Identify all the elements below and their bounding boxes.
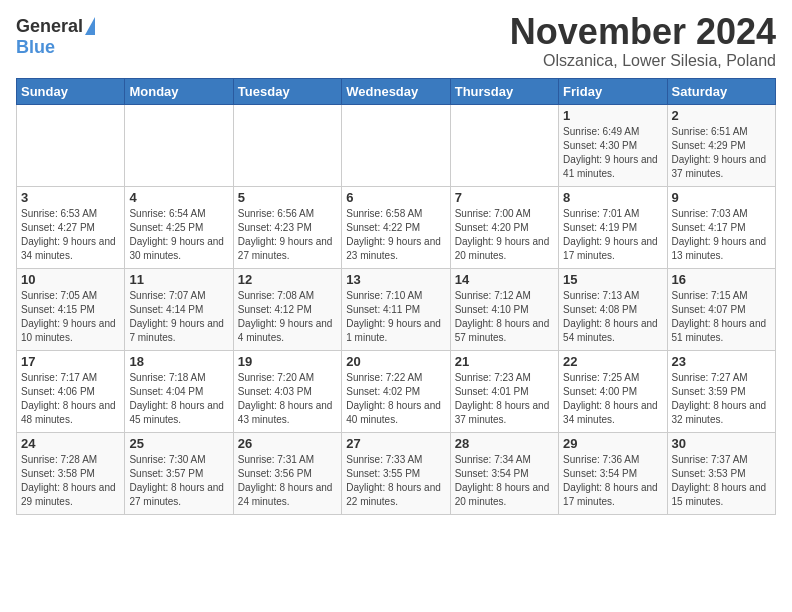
day-number: 28 <box>455 436 554 451</box>
day-info: Sunrise: 7:20 AM Sunset: 4:03 PM Dayligh… <box>238 371 337 427</box>
day-info: Sunrise: 7:34 AM Sunset: 3:54 PM Dayligh… <box>455 453 554 509</box>
day-number: 22 <box>563 354 662 369</box>
logo-triangle-icon <box>85 17 95 35</box>
day-info: Sunrise: 7:37 AM Sunset: 3:53 PM Dayligh… <box>672 453 771 509</box>
day-info: Sunrise: 6:49 AM Sunset: 4:30 PM Dayligh… <box>563 125 662 181</box>
calendar-cell: 7Sunrise: 7:00 AM Sunset: 4:20 PM Daylig… <box>450 186 558 268</box>
day-number: 26 <box>238 436 337 451</box>
day-info: Sunrise: 7:17 AM Sunset: 4:06 PM Dayligh… <box>21 371 120 427</box>
day-info: Sunrise: 7:01 AM Sunset: 4:19 PM Dayligh… <box>563 207 662 263</box>
day-number: 5 <box>238 190 337 205</box>
day-info: Sunrise: 7:27 AM Sunset: 3:59 PM Dayligh… <box>672 371 771 427</box>
location-title: Olszanica, Lower Silesia, Poland <box>510 52 776 70</box>
header-day-saturday: Saturday <box>667 78 775 104</box>
day-info: Sunrise: 6:58 AM Sunset: 4:22 PM Dayligh… <box>346 207 445 263</box>
calendar-cell: 11Sunrise: 7:07 AM Sunset: 4:14 PM Dayli… <box>125 268 233 350</box>
day-number: 17 <box>21 354 120 369</box>
header-day-thursday: Thursday <box>450 78 558 104</box>
day-number: 29 <box>563 436 662 451</box>
day-info: Sunrise: 7:07 AM Sunset: 4:14 PM Dayligh… <box>129 289 228 345</box>
day-number: 10 <box>21 272 120 287</box>
calendar-cell <box>125 104 233 186</box>
day-info: Sunrise: 7:22 AM Sunset: 4:02 PM Dayligh… <box>346 371 445 427</box>
day-info: Sunrise: 7:30 AM Sunset: 3:57 PM Dayligh… <box>129 453 228 509</box>
calendar-cell: 22Sunrise: 7:25 AM Sunset: 4:00 PM Dayli… <box>559 350 667 432</box>
header-day-sunday: Sunday <box>17 78 125 104</box>
month-title: November 2024 <box>510 12 776 52</box>
day-number: 11 <box>129 272 228 287</box>
day-number: 24 <box>21 436 120 451</box>
day-info: Sunrise: 6:56 AM Sunset: 4:23 PM Dayligh… <box>238 207 337 263</box>
header-day-tuesday: Tuesday <box>233 78 341 104</box>
day-number: 20 <box>346 354 445 369</box>
day-number: 27 <box>346 436 445 451</box>
calendar-week-4: 17Sunrise: 7:17 AM Sunset: 4:06 PM Dayli… <box>17 350 776 432</box>
calendar-cell: 8Sunrise: 7:01 AM Sunset: 4:19 PM Daylig… <box>559 186 667 268</box>
day-number: 12 <box>238 272 337 287</box>
calendar-cell: 21Sunrise: 7:23 AM Sunset: 4:01 PM Dayli… <box>450 350 558 432</box>
day-number: 2 <box>672 108 771 123</box>
title-block: November 2024 Olszanica, Lower Silesia, … <box>510 12 776 70</box>
calendar-table: SundayMondayTuesdayWednesdayThursdayFrid… <box>16 78 776 515</box>
day-info: Sunrise: 7:03 AM Sunset: 4:17 PM Dayligh… <box>672 207 771 263</box>
day-number: 7 <box>455 190 554 205</box>
logo-blue-text: Blue <box>16 37 55 58</box>
day-number: 30 <box>672 436 771 451</box>
day-info: Sunrise: 7:15 AM Sunset: 4:07 PM Dayligh… <box>672 289 771 345</box>
day-number: 18 <box>129 354 228 369</box>
day-number: 19 <box>238 354 337 369</box>
calendar-cell <box>17 104 125 186</box>
day-info: Sunrise: 7:13 AM Sunset: 4:08 PM Dayligh… <box>563 289 662 345</box>
day-info: Sunrise: 7:33 AM Sunset: 3:55 PM Dayligh… <box>346 453 445 509</box>
calendar-cell: 26Sunrise: 7:31 AM Sunset: 3:56 PM Dayli… <box>233 432 341 514</box>
day-info: Sunrise: 7:00 AM Sunset: 4:20 PM Dayligh… <box>455 207 554 263</box>
calendar-cell: 24Sunrise: 7:28 AM Sunset: 3:58 PM Dayli… <box>17 432 125 514</box>
calendar-cell: 14Sunrise: 7:12 AM Sunset: 4:10 PM Dayli… <box>450 268 558 350</box>
calendar-cell: 12Sunrise: 7:08 AM Sunset: 4:12 PM Dayli… <box>233 268 341 350</box>
day-info: Sunrise: 7:31 AM Sunset: 3:56 PM Dayligh… <box>238 453 337 509</box>
header-day-friday: Friday <box>559 78 667 104</box>
day-number: 1 <box>563 108 662 123</box>
day-number: 8 <box>563 190 662 205</box>
header-day-wednesday: Wednesday <box>342 78 450 104</box>
calendar-cell: 20Sunrise: 7:22 AM Sunset: 4:02 PM Dayli… <box>342 350 450 432</box>
calendar-cell: 23Sunrise: 7:27 AM Sunset: 3:59 PM Dayli… <box>667 350 775 432</box>
calendar-cell: 2Sunrise: 6:51 AM Sunset: 4:29 PM Daylig… <box>667 104 775 186</box>
calendar-cell: 13Sunrise: 7:10 AM Sunset: 4:11 PM Dayli… <box>342 268 450 350</box>
calendar-cell: 3Sunrise: 6:53 AM Sunset: 4:27 PM Daylig… <box>17 186 125 268</box>
calendar-week-1: 1Sunrise: 6:49 AM Sunset: 4:30 PM Daylig… <box>17 104 776 186</box>
day-info: Sunrise: 7:18 AM Sunset: 4:04 PM Dayligh… <box>129 371 228 427</box>
calendar-week-3: 10Sunrise: 7:05 AM Sunset: 4:15 PM Dayli… <box>17 268 776 350</box>
calendar-cell: 18Sunrise: 7:18 AM Sunset: 4:04 PM Dayli… <box>125 350 233 432</box>
calendar-cell: 28Sunrise: 7:34 AM Sunset: 3:54 PM Dayli… <box>450 432 558 514</box>
day-info: Sunrise: 6:51 AM Sunset: 4:29 PM Dayligh… <box>672 125 771 181</box>
calendar-week-5: 24Sunrise: 7:28 AM Sunset: 3:58 PM Dayli… <box>17 432 776 514</box>
calendar-cell: 16Sunrise: 7:15 AM Sunset: 4:07 PM Dayli… <box>667 268 775 350</box>
day-info: Sunrise: 7:36 AM Sunset: 3:54 PM Dayligh… <box>563 453 662 509</box>
day-info: Sunrise: 7:12 AM Sunset: 4:10 PM Dayligh… <box>455 289 554 345</box>
day-info: Sunrise: 6:54 AM Sunset: 4:25 PM Dayligh… <box>129 207 228 263</box>
calendar-cell <box>233 104 341 186</box>
day-number: 25 <box>129 436 228 451</box>
day-number: 14 <box>455 272 554 287</box>
calendar-cell: 15Sunrise: 7:13 AM Sunset: 4:08 PM Dayli… <box>559 268 667 350</box>
day-info: Sunrise: 7:28 AM Sunset: 3:58 PM Dayligh… <box>21 453 120 509</box>
calendar-cell: 6Sunrise: 6:58 AM Sunset: 4:22 PM Daylig… <box>342 186 450 268</box>
logo: General Blue <box>16 16 95 58</box>
calendar-week-2: 3Sunrise: 6:53 AM Sunset: 4:27 PM Daylig… <box>17 186 776 268</box>
day-number: 23 <box>672 354 771 369</box>
logo-general-text: General <box>16 16 83 37</box>
day-number: 3 <box>21 190 120 205</box>
day-number: 13 <box>346 272 445 287</box>
calendar-cell: 5Sunrise: 6:56 AM Sunset: 4:23 PM Daylig… <box>233 186 341 268</box>
calendar-cell <box>342 104 450 186</box>
calendar-cell: 17Sunrise: 7:17 AM Sunset: 4:06 PM Dayli… <box>17 350 125 432</box>
day-number: 6 <box>346 190 445 205</box>
day-info: Sunrise: 6:53 AM Sunset: 4:27 PM Dayligh… <box>21 207 120 263</box>
day-info: Sunrise: 7:25 AM Sunset: 4:00 PM Dayligh… <box>563 371 662 427</box>
calendar-cell: 25Sunrise: 7:30 AM Sunset: 3:57 PM Dayli… <box>125 432 233 514</box>
calendar-header-row: SundayMondayTuesdayWednesdayThursdayFrid… <box>17 78 776 104</box>
header-day-monday: Monday <box>125 78 233 104</box>
calendar-cell: 9Sunrise: 7:03 AM Sunset: 4:17 PM Daylig… <box>667 186 775 268</box>
day-number: 9 <box>672 190 771 205</box>
